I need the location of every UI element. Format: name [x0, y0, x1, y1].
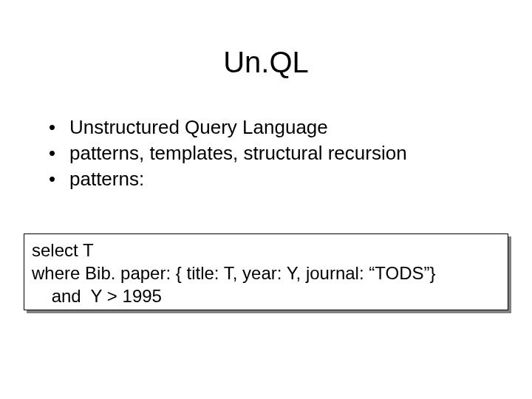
bullet-item: Unstructured Query Language [46, 115, 502, 140]
bullet-item: patterns: [46, 166, 502, 192]
slide-title: Un.QL [0, 0, 532, 115]
bullet-item: patterns, templates, structural recursio… [46, 140, 502, 166]
bullet-list: Unstructured Query Language patterns, te… [0, 115, 532, 192]
code-line: select T [32, 239, 500, 262]
code-box: select T where Bib. paper: { title: T, y… [24, 233, 508, 310]
code-line: where Bib. paper: { title: T, year: Y, j… [32, 262, 500, 284]
code-line: and Y > 1995 [32, 284, 500, 307]
